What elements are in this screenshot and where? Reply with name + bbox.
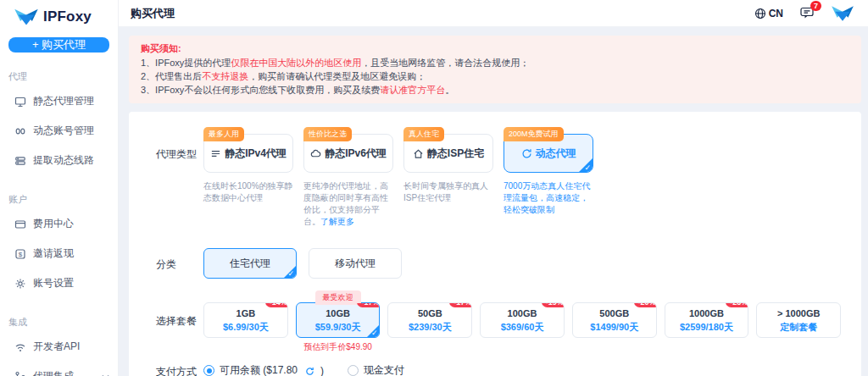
buy-proxy-page: IPFoxy + 购买代理 代理 静态代理管理 动态账号管理 提取动态线路 账户… — [0, 0, 868, 376]
category-label: 分类 — [156, 248, 203, 279]
proxy-type-ipv6: 性价比之选 静态IPv6代理 更纯净的代理地址，高度隐蔽的同时享有高性价比，仅支… — [303, 134, 393, 228]
sidebar-item-dynamic-account-management[interactable]: 动态账号管理 — [0, 116, 118, 146]
type-badge: 真人住宅 — [403, 127, 444, 141]
gear-icon — [14, 278, 26, 290]
language-label: CN — [769, 8, 783, 19]
sidebar-item-developer-api[interactable]: 开发者API — [0, 332, 118, 362]
brand-name: IPFoxy — [43, 8, 92, 25]
package-card[interactable]: -17% 50GB $239/30天 — [387, 302, 472, 338]
discount-badge: -23% — [726, 302, 748, 307]
sidebar-item-label: 提取动态线路 — [33, 153, 94, 168]
sidebar-section-integration: 集成 开发者API 代理集成 — [0, 312, 118, 376]
type-badge: 200M免费试用 — [504, 127, 564, 141]
package-card[interactable]: -14% 1GB $6.99/30天 — [203, 302, 288, 338]
monitor-icon — [14, 96, 26, 108]
binary-icon — [14, 125, 26, 137]
selected-check-icon: ✓ — [371, 329, 378, 337]
api-icon — [14, 341, 26, 353]
sidebar-item-label: 动态账号管理 — [33, 124, 94, 138]
type-description: 在线时长100%的独享静态数据中心代理 — [203, 180, 293, 204]
package-card[interactable]: -17% 10GB $59.9/30天 ✓ — [296, 302, 381, 338]
package-custom: > 1000GB 定制套餐 — [756, 302, 841, 338]
type-description: 7000万动态真人住宅代理流量包，高速稳定，轻松突破限制 — [504, 180, 593, 216]
package-card[interactable]: > 1000GB 定制套餐 — [756, 302, 841, 338]
dollar-icon: $ — [14, 248, 26, 260]
sidebar-item-extract-dynamic-lines[interactable]: 提取动态线路 — [0, 146, 118, 175]
sidebar: IPFoxy + 购买代理 代理 静态代理管理 动态账号管理 提取动态线路 账户… — [0, 0, 119, 376]
server-icon — [14, 155, 26, 167]
type-description: 长时间专属独享的真人ISP住宅代理 — [403, 180, 493, 204]
category-card-mobile[interactable]: 移动代理 — [309, 248, 402, 279]
payment-row: 支付方式 可用余额 ($17.80 ) 现金支付 — [156, 363, 841, 376]
proxy-type-ipv4: 最多人用 静态IPv4代理 在线时长100%的独享静态数据中心代理 — [203, 134, 293, 228]
package-100gb: -19% 100GB $369/60天 — [480, 302, 565, 338]
cloud-icon — [310, 148, 321, 159]
learn-more-link[interactable]: 了解更多 — [320, 217, 354, 226]
section-label: 账户 — [0, 189, 118, 209]
discount-badge: -20% — [634, 302, 657, 307]
package-1gb: -14% 1GB $6.99/30天 — [203, 302, 288, 338]
brand-logo[interactable]: IPFoxy — [0, 0, 118, 31]
package-row: 选择套餐 -14% 1GB $6.99/30天 最受欢迎 -17% 10GB — [156, 302, 841, 338]
notice-line: 1、IPFoxy提供的代理仅限在中国大陆以外的地区使用，且受当地网络监管，请合法… — [141, 56, 849, 69]
language-switcher[interactable]: CN — [754, 8, 783, 19]
notification-count-badge: 7 — [810, 1, 821, 11]
sidebar-section-proxy: 代理 静态代理管理 动态账号管理 提取动态线路 — [0, 66, 118, 175]
globe-icon — [754, 8, 766, 19]
category-card-residential[interactable]: 住宅代理 ✓ — [203, 248, 297, 279]
selected-check-icon: ✓ — [584, 163, 591, 172]
list-icon — [210, 148, 221, 159]
sidebar-section-account: 账户 费用中心 $ 邀请返现 账号设置 — [0, 189, 118, 298]
notice-title: 购买须知: — [141, 41, 849, 55]
sidebar-item-label: 账号设置 — [33, 276, 74, 290]
discount-badge: -19% — [542, 302, 565, 307]
radio-unchecked-icon — [348, 365, 359, 376]
sidebar-item-label: 代理集成 — [33, 369, 74, 376]
proxy-type-dynamic: 200M免费试用 动态代理 ✓ 7000万动态真人住宅代理流量包，高速稳定，轻松… — [504, 134, 593, 228]
package-50gb: -17% 50GB $239/30天 — [387, 302, 472, 338]
svg-text:$: $ — [19, 251, 23, 258]
package-label: 选择套餐 — [156, 302, 203, 338]
notice-line: 2、代理售出后不支持退换，购买前请确认代理类型及地区避免误购； — [141, 69, 849, 83]
integration-icon — [14, 371, 26, 376]
cash-payment-option[interactable]: 现金支付 — [348, 363, 404, 376]
refresh-icon — [521, 148, 532, 159]
type-badge: 性价比之选 — [303, 127, 352, 141]
user-avatar[interactable] — [831, 4, 854, 23]
page-title: 购买代理 — [131, 6, 175, 21]
content: 购买须知: 1、IPFoxy提供的代理仅限在中国大陆以外的地区使用，且受当地网络… — [119, 27, 868, 376]
sidebar-item-invite-cashback[interactable]: $ 邀请返现 — [0, 239, 118, 268]
sidebar-item-account-settings[interactable]: 账号设置 — [0, 268, 118, 298]
purchase-notice: 购买须知: 1、IPFoxy提供的代理仅限在中国大陆以外的地区使用，且受当地网络… — [129, 36, 861, 103]
package-500gb: -20% 500GB $1499/90天 — [572, 302, 657, 338]
topbar-actions: CN 7 — [754, 4, 854, 23]
type-description: 更纯净的代理地址，高度隐蔽的同时享有高性价比，仅支持部分平台。了解更多 — [303, 180, 393, 228]
sidebar-item-billing-center[interactable]: 费用中心 — [0, 209, 118, 239]
proxy-type-label: 代理类型 — [156, 134, 203, 228]
radio-checked-icon — [203, 365, 214, 376]
discount-badge: -17% — [357, 302, 380, 307]
balance-payment-option[interactable]: 可用余额 ($17.80 ) — [203, 363, 324, 376]
package-card[interactable]: -19% 100GB $369/60天 — [480, 302, 565, 338]
refresh-balance-icon[interactable] — [305, 367, 314, 376]
package-card[interactable]: -23% 1000GB $2599/180天 — [665, 302, 749, 338]
category-row: 分类 住宅代理 ✓ 移动代理 — [156, 248, 841, 279]
package-1000gb: -23% 1000GB $2599/180天 — [665, 302, 749, 338]
ipfoxy-fox-icon — [14, 8, 39, 26]
sidebar-item-static-proxy-management[interactable]: 静态代理管理 — [0, 86, 118, 116]
billing-card-icon — [14, 218, 26, 230]
buy-proxy-button[interactable]: + 购买代理 — [8, 37, 109, 53]
house-icon — [413, 148, 424, 159]
section-label: 集成 — [0, 312, 118, 332]
package-card[interactable]: -20% 500GB $1499/90天 — [572, 302, 657, 338]
payment-label: 支付方式 — [156, 363, 203, 376]
sidebar-item-proxy-integration[interactable]: 代理集成 — [0, 362, 118, 376]
section-label: 代理 — [0, 66, 118, 86]
notice-line: 3、IPFoxy不会以任何形式向您线下收取费用，购买及续费请认准官方平台。 — [141, 83, 849, 97]
main-area: 购买代理 CN 7 购买须知: — [119, 0, 868, 376]
notifications-button[interactable]: 7 — [800, 7, 814, 19]
sidebar-item-label: 开发者API — [33, 340, 80, 354]
estimated-price-note: 预估到手价$49.90 — [303, 341, 372, 353]
payment-options: 可用余额 ($17.80 ) 现金支付 — [203, 363, 539, 376]
discount-badge: -14% — [265, 302, 288, 307]
